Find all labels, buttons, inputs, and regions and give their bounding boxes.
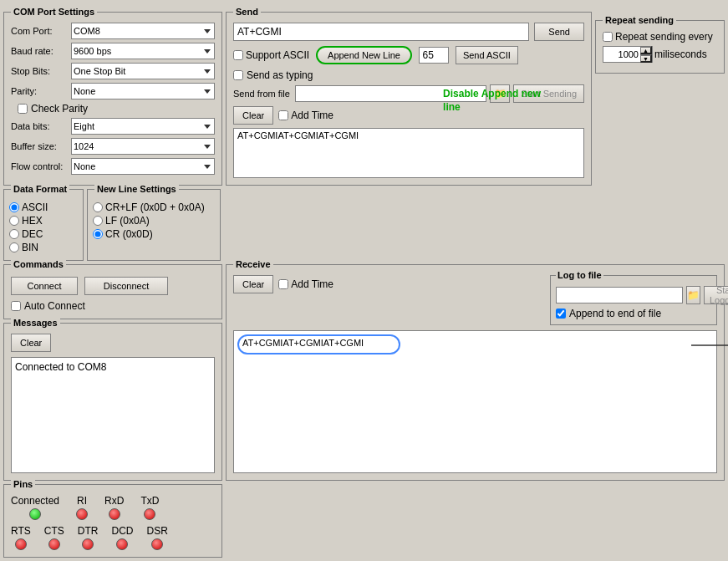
pin-dsr-label: DSR xyxy=(146,525,167,537)
cr-label: CR (0x0D) xyxy=(105,228,153,240)
support-ascii-checkbox[interactable] xyxy=(233,50,243,60)
lf-label: LF (0x0A) xyxy=(105,215,150,227)
cr-radio[interactable] xyxy=(93,229,103,239)
send-command-input[interactable] xyxy=(233,23,529,41)
pin-txd: TxD xyxy=(140,495,159,520)
add-time-option[interactable]: Add Time xyxy=(278,110,333,121)
dec-label: DEC xyxy=(22,228,43,240)
check-parity-checkbox[interactable] xyxy=(18,104,28,114)
send-as-typing-label: Send as typing xyxy=(247,69,313,81)
file-browse-button[interactable]: 📁 xyxy=(490,84,510,103)
crlf-radio[interactable] xyxy=(93,202,103,212)
start-logging-button[interactable]: Start Logging xyxy=(704,286,728,304)
receive-add-time-checkbox[interactable] xyxy=(278,279,288,289)
dec-radio[interactable] xyxy=(9,229,19,239)
receive-content-text: AT+CGMIAT+CGMIAT+CGMI xyxy=(237,334,713,351)
receive-add-time-option[interactable]: Add Time xyxy=(278,278,333,290)
ms-spinner-down[interactable]: ▼ xyxy=(640,54,652,63)
pin-txd-led xyxy=(144,508,155,520)
newline-title: New Line Settings xyxy=(94,184,179,194)
add-time-label: Add Time xyxy=(291,110,333,121)
repeat-title: Repeat sending xyxy=(603,15,676,25)
ascii-label: ASCII xyxy=(22,201,48,213)
start-sending-button[interactable]: Start Sending xyxy=(513,84,584,103)
send-ascii-button[interactable]: Send ASCII xyxy=(456,46,518,64)
pin-ri: RI xyxy=(76,495,88,520)
messages-panel: Messages Clear Connected to COM8 xyxy=(3,323,222,481)
append-label: Append to end of file xyxy=(569,308,661,319)
pin-dcd: DCD xyxy=(111,525,133,550)
hex-label: HEX xyxy=(22,215,43,227)
support-ascii-label: Support ASCII xyxy=(246,49,309,61)
pin-cts: CTS xyxy=(44,525,64,550)
pin-rts-led xyxy=(15,538,27,550)
hex-radio[interactable] xyxy=(9,216,19,226)
send-button[interactable]: Send xyxy=(534,23,584,41)
ms-input-container: ▲ ▼ xyxy=(603,46,653,63)
log-browse-button[interactable]: 📁 xyxy=(686,286,700,304)
messages-clear-button[interactable]: Clear xyxy=(11,334,51,352)
pin-cts-label: CTS xyxy=(44,525,64,537)
pin-dsr-led xyxy=(151,538,163,550)
pin-dtr-led xyxy=(82,538,94,550)
com-port-title: COM Port Settings xyxy=(11,7,97,17)
pins-title: Pins xyxy=(11,479,35,489)
check-parity-label: Check Parity xyxy=(31,103,88,115)
pin-txd-label: TxD xyxy=(140,495,159,507)
messages-title: Messages xyxy=(11,318,60,328)
repeat-sending-checkbox[interactable] xyxy=(603,32,613,42)
log-to-file-panel: Log to file 📁 Start Logging Append to en… xyxy=(550,275,717,325)
receive-clear-button[interactable]: Clear xyxy=(233,275,273,293)
data-bits-select[interactable]: Eight xyxy=(71,118,215,135)
receive-title: Receive xyxy=(233,259,273,269)
send-content-text: AT+CGMIAT+CGMIAT+CGMI xyxy=(234,129,583,142)
add-time-checkbox[interactable] xyxy=(278,110,288,120)
connect-button[interactable]: Connect xyxy=(11,277,78,295)
commands-panel: Commands Connect Disconnect Auto Connect xyxy=(3,264,222,319)
repeat-panel-wrapper: Repeat sending Repeat sending every ▲ ▼ … xyxy=(595,12,725,186)
data-format-title: Data Format xyxy=(11,184,69,194)
send-clear-button[interactable]: Clear xyxy=(233,106,273,125)
com-port-select[interactable]: COM8 xyxy=(71,23,215,39)
flow-control-select[interactable]: None xyxy=(71,158,215,175)
log-file-input[interactable] xyxy=(556,287,683,303)
repeat-panel: Repeat sending Repeat sending every ▲ ▼ … xyxy=(595,20,725,74)
stop-bits-select[interactable]: One Stop Bit xyxy=(71,63,215,79)
ascii-value-input[interactable] xyxy=(419,47,449,64)
pin-cts-led xyxy=(48,538,60,550)
auto-connect-label: Auto Connect xyxy=(24,300,85,312)
bin-radio[interactable] xyxy=(9,242,19,252)
send-as-typing-checkbox[interactable] xyxy=(233,70,243,80)
pin-rts: RTS xyxy=(11,525,31,550)
send-file-input[interactable] xyxy=(295,85,486,102)
ms-spinner-up[interactable]: ▲ xyxy=(640,46,652,54)
pin-dcd-label: DCD xyxy=(111,525,133,537)
ascii-radio[interactable] xyxy=(9,202,19,212)
messages-content: Connected to COM8 xyxy=(11,357,215,473)
append-new-line-button[interactable]: Append New Line xyxy=(316,46,412,64)
pin-dtr: DTR xyxy=(78,525,99,550)
folder-icon: 📁 xyxy=(494,88,507,99)
append-to-file-checkbox[interactable] xyxy=(556,309,566,319)
parity-select[interactable]: None xyxy=(71,83,215,99)
data-format-panel: Data Format ASCII HEX DEC BIN xyxy=(3,189,84,261)
auto-connect-checkbox[interactable] xyxy=(11,301,21,311)
buffer-size-label: Buffer size: xyxy=(11,141,71,151)
receive-add-time-label: Add Time xyxy=(291,278,333,290)
pin-dsr: DSR xyxy=(146,525,167,550)
pin-connected-led xyxy=(29,508,41,520)
newline-panel: New Line Settings CR+LF (0x0D + 0x0A) LF… xyxy=(87,189,221,261)
append-to-file-option[interactable]: Append to end of file xyxy=(556,308,711,319)
flow-control-label: Flow control: xyxy=(11,161,71,171)
com-port-panel: COM Port Settings Com Port: COM8 Baud ra… xyxy=(3,12,222,186)
buffer-size-select[interactable]: 1024 xyxy=(71,138,215,155)
disconnect-button[interactable]: Disconnect xyxy=(84,277,168,295)
receive-panel: Receive Clear Add Time xyxy=(226,264,725,481)
baud-rate-select[interactable]: 9600 bps xyxy=(71,43,215,59)
ms-value-input[interactable] xyxy=(603,48,640,60)
pin-ri-label: RI xyxy=(77,495,87,507)
data-bits-label: Data bits: xyxy=(11,121,71,131)
support-ascii-option[interactable]: Support ASCII xyxy=(233,49,309,61)
log-title: Log to file xyxy=(556,270,603,280)
lf-radio[interactable] xyxy=(93,216,103,226)
